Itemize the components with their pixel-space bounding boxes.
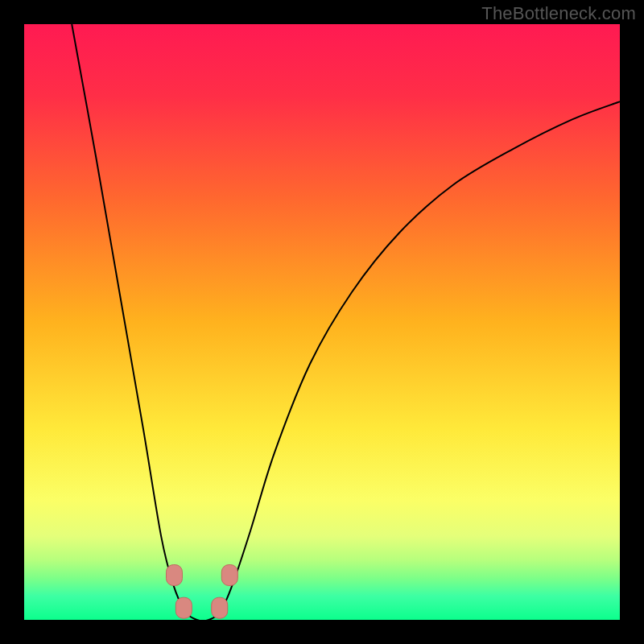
curve-marker <box>212 597 228 618</box>
watermark-text: TheBottleneck.com <box>481 3 636 24</box>
gradient-background <box>24 24 620 620</box>
curve-marker <box>166 565 182 586</box>
chart-frame: TheBottleneck.com <box>0 0 644 644</box>
curve-marker <box>221 565 237 586</box>
plot-area <box>24 24 620 620</box>
chart-svg <box>24 24 620 620</box>
curve-marker <box>175 597 192 618</box>
